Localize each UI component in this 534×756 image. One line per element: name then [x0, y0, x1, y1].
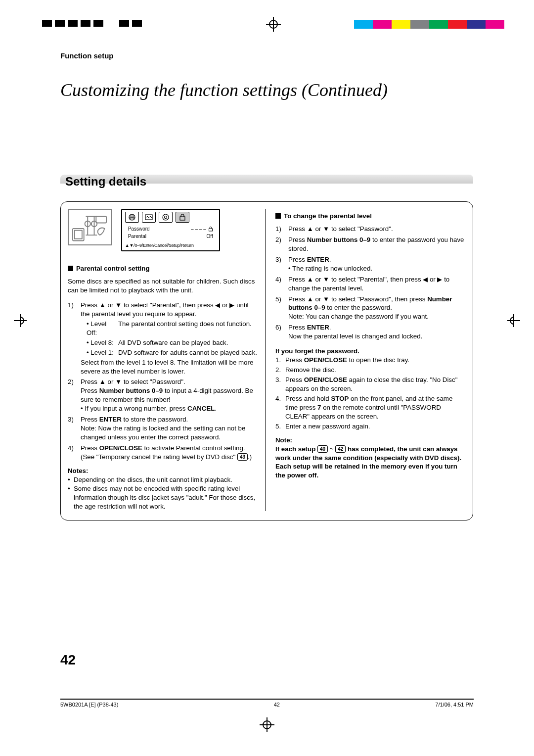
footer-filename: 5WB0201A [E] (P38-43)	[60, 702, 118, 708]
registration-mark-bottom-icon	[260, 717, 274, 732]
osd-label: Parental	[128, 233, 146, 240]
step-4: 4) Press OPEN/CLOSE to activate Parental…	[68, 444, 258, 462]
osd-illustration: Password – – – – Parental Off ▲▼/0–9/Ent…	[68, 209, 258, 251]
osd-tab-picture-icon	[142, 212, 156, 223]
registration-mark-left-icon	[14, 314, 27, 327]
osd-tab-audio-icon	[159, 212, 173, 223]
right-steps: 1)Press ▲ or ▼ to select "Password". 2)P…	[275, 225, 466, 341]
intro-text: Some discs are specified as not suitable…	[68, 277, 258, 295]
left-steps: 1) Press ▲ or ▼ to select "Parental", th…	[68, 301, 258, 462]
parental-icon	[68, 209, 112, 245]
osd-footer: ▲▼/0–9/Enter/Cancel/Setup/Return	[125, 242, 216, 248]
page-ref-40: 40	[317, 445, 328, 453]
notes-heading: Notes:	[68, 467, 258, 475]
color-bars	[354, 20, 504, 29]
forget-heading: If you forget the password.	[275, 347, 466, 356]
page-title: Customizing the function settings (Conti…	[60, 80, 473, 100]
svg-rect-10	[209, 229, 212, 231]
osd-tab-parental-icon	[176, 212, 189, 223]
osd-tabs	[125, 212, 216, 223]
registration-mark-right-icon	[507, 314, 520, 327]
left-column: Password – – – – Parental Off ▲▼/0–9/Ent…	[68, 209, 266, 511]
svg-rect-1	[75, 231, 82, 239]
density-bars	[42, 20, 156, 27]
note-block: Note: If each setup 40 ~ 42 has complete…	[275, 436, 466, 480]
osd-value: – – – –	[191, 226, 206, 233]
registration-mark-icon	[266, 17, 281, 32]
right-column: To change the parental level 1)Press ▲ o…	[275, 209, 466, 511]
footer-timestamp: 7/1/06, 4:51 PM	[435, 702, 474, 708]
footer-page: 42	[118, 702, 435, 708]
osd-row-parental: Parental Off	[128, 233, 213, 240]
osd-menu: Password – – – – Parental Off ▲▼/0–9/Ent…	[121, 209, 220, 251]
manual-page: Function setup Customizing the function …	[0, 0, 534, 756]
section-label: Function setup	[60, 51, 473, 60]
page-number: 42	[60, 652, 76, 668]
step-2: 2) Press ▲ or ▼ to select "Password". Pr…	[68, 378, 258, 413]
print-footer: 5WB0201A [E] (P38-43) 42 7/1/06, 4:51 PM	[60, 699, 474, 708]
subheading: Setting details	[65, 175, 146, 189]
right-heading: To change the parental level	[275, 212, 466, 221]
svg-point-7	[163, 214, 169, 220]
osd-value: Off	[207, 233, 213, 240]
content-frame: Password – – – – Parental Off ▲▼/0–9/Ent…	[60, 201, 473, 520]
page-ref-43: 43	[237, 453, 248, 461]
registration-top	[42, 20, 504, 33]
lock-icon	[208, 227, 213, 232]
step-3: 3) Press ENTER to store the password. No…	[68, 415, 258, 442]
osd-tab-language-icon	[125, 212, 139, 223]
osd-row-password: Password – – – –	[128, 226, 213, 233]
svg-rect-9	[180, 217, 185, 220]
forget-steps: 1.Press OPEN/CLOSE to open the disc tray…	[275, 356, 466, 431]
subheading-bar: Setting details	[60, 175, 473, 190]
svg-point-8	[164, 216, 167, 219]
svg-rect-4	[96, 216, 106, 223]
osd-label: Password	[128, 226, 150, 233]
notes-list: Depending on the discs, the unit cannot …	[68, 475, 258, 511]
step-1: 1) Press ▲ or ▼ to select "Parental", th…	[68, 301, 258, 376]
page-content: Function setup Customizing the function …	[60, 51, 473, 520]
page-ref-42: 42	[335, 445, 346, 453]
left-heading: Parental control setting	[68, 264, 258, 273]
